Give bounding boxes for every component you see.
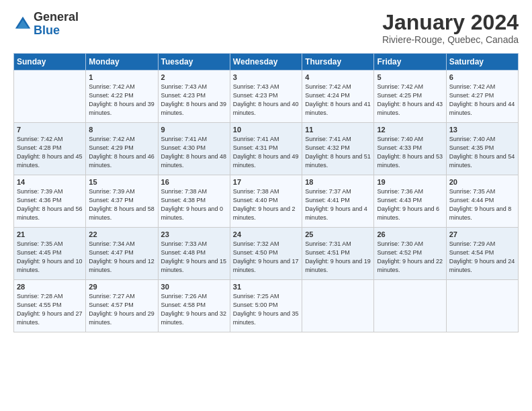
day-info: Sunrise: 7:38 AM Sunset: 4:38 PM Dayligh… — [161, 187, 227, 222]
day-info: Sunrise: 7:30 AM Sunset: 4:52 PM Dayligh… — [377, 240, 443, 275]
day-info: Sunrise: 7:25 AM Sunset: 5:00 PM Dayligh… — [233, 292, 299, 327]
calendar-cell: 15Sunrise: 7:39 AM Sunset: 4:37 PM Dayli… — [86, 175, 158, 228]
day-number: 30 — [161, 283, 227, 291]
day-info: Sunrise: 7:34 AM Sunset: 4:47 PM Dayligh… — [89, 240, 154, 275]
calendar-week-1: 7Sunrise: 7:42 AM Sunset: 4:28 PM Daylig… — [14, 123, 519, 175]
calendar-cell: 20Sunrise: 7:35 AM Sunset: 4:44 PM Dayli… — [446, 175, 518, 228]
day-info: Sunrise: 7:42 AM Sunset: 4:27 PM Dayligh… — [449, 83, 515, 118]
day-info: Sunrise: 7:40 AM Sunset: 4:33 PM Dayligh… — [377, 135, 443, 170]
day-info: Sunrise: 7:42 AM Sunset: 4:25 PM Dayligh… — [377, 83, 443, 118]
calendar-week-2: 14Sunrise: 7:39 AM Sunset: 4:36 PM Dayli… — [14, 175, 519, 228]
page-container: General Blue January 2024 Riviere-Rouge,… — [0, 0, 532, 339]
day-info: Sunrise: 7:39 AM Sunset: 4:36 PM Dayligh… — [17, 187, 83, 222]
day-number: 13 — [449, 126, 515, 134]
day-number: 1 — [89, 73, 154, 81]
header-row: Sunday Monday Tuesday Wednesday Thursday… — [14, 54, 519, 71]
day-number: 7 — [17, 126, 83, 134]
day-info: Sunrise: 7:33 AM Sunset: 4:48 PM Dayligh… — [161, 240, 227, 275]
day-info: Sunrise: 7:28 AM Sunset: 4:55 PM Dayligh… — [17, 292, 83, 327]
day-number: 16 — [161, 178, 227, 186]
calendar-cell: 24Sunrise: 7:32 AM Sunset: 4:50 PM Dayli… — [230, 228, 302, 280]
calendar-cell: 8Sunrise: 7:42 AM Sunset: 4:29 PM Daylig… — [86, 123, 158, 175]
day-number: 25 — [305, 230, 371, 238]
calendar-table: Sunday Monday Tuesday Wednesday Thursday… — [13, 53, 519, 332]
day-number: 8 — [89, 126, 154, 134]
calendar-cell — [446, 280, 518, 332]
calendar-cell — [14, 71, 86, 123]
day-info: Sunrise: 7:26 AM Sunset: 4:58 PM Dayligh… — [161, 292, 227, 327]
calendar-cell: 2Sunrise: 7:43 AM Sunset: 4:23 PM Daylig… — [158, 71, 230, 123]
calendar-cell: 13Sunrise: 7:40 AM Sunset: 4:35 PM Dayli… — [446, 123, 518, 175]
calendar-cell: 10Sunrise: 7:41 AM Sunset: 4:31 PM Dayli… — [230, 123, 302, 175]
day-info: Sunrise: 7:41 AM Sunset: 4:31 PM Dayligh… — [233, 135, 299, 170]
header-thursday: Thursday — [302, 54, 374, 71]
calendar-cell: 29Sunrise: 7:27 AM Sunset: 4:57 PM Dayli… — [86, 280, 158, 332]
calendar-cell: 19Sunrise: 7:36 AM Sunset: 4:43 PM Dayli… — [374, 175, 446, 228]
calendar-cell: 12Sunrise: 7:40 AM Sunset: 4:33 PM Dayli… — [374, 123, 446, 175]
calendar-cell: 18Sunrise: 7:37 AM Sunset: 4:41 PM Dayli… — [302, 175, 374, 228]
header-friday: Friday — [374, 54, 446, 71]
calendar-cell: 17Sunrise: 7:38 AM Sunset: 4:40 PM Dayli… — [230, 175, 302, 228]
calendar-cell: 16Sunrise: 7:38 AM Sunset: 4:38 PM Dayli… — [158, 175, 230, 228]
calendar-cell: 22Sunrise: 7:34 AM Sunset: 4:47 PM Dayli… — [86, 228, 158, 280]
day-number: 11 — [305, 126, 371, 134]
calendar-cell: 25Sunrise: 7:31 AM Sunset: 4:51 PM Dayli… — [302, 228, 374, 280]
day-info: Sunrise: 7:37 AM Sunset: 4:41 PM Dayligh… — [305, 187, 371, 222]
calendar-cell: 30Sunrise: 7:26 AM Sunset: 4:58 PM Dayli… — [158, 280, 230, 332]
calendar-week-4: 28Sunrise: 7:28 AM Sunset: 4:55 PM Dayli… — [14, 280, 519, 332]
day-info: Sunrise: 7:42 AM Sunset: 4:28 PM Dayligh… — [17, 135, 83, 170]
logo-icon — [13, 15, 32, 34]
day-number: 14 — [17, 178, 83, 186]
day-info: Sunrise: 7:39 AM Sunset: 4:37 PM Dayligh… — [89, 187, 154, 222]
calendar-body: 1Sunrise: 7:42 AM Sunset: 4:22 PM Daylig… — [14, 71, 519, 332]
day-number: 20 — [449, 178, 515, 186]
calendar-cell: 14Sunrise: 7:39 AM Sunset: 4:36 PM Dayli… — [14, 175, 86, 228]
header-saturday: Saturday — [446, 54, 518, 71]
calendar-cell: 26Sunrise: 7:30 AM Sunset: 4:52 PM Dayli… — [374, 228, 446, 280]
day-number: 12 — [377, 126, 443, 134]
day-number: 29 — [89, 283, 154, 291]
header-tuesday: Tuesday — [158, 54, 230, 71]
day-number: 17 — [233, 178, 299, 186]
day-number: 24 — [233, 230, 299, 238]
day-info: Sunrise: 7:32 AM Sunset: 4:50 PM Dayligh… — [233, 240, 299, 275]
calendar-cell — [374, 280, 446, 332]
title-block: January 2024 Riviere-Rouge, Quebec, Cana… — [382, 11, 519, 45]
day-number: 6 — [449, 73, 515, 81]
day-number: 15 — [89, 178, 154, 186]
header-sunday: Sunday — [14, 54, 86, 71]
calendar-cell: 9Sunrise: 7:41 AM Sunset: 4:30 PM Daylig… — [158, 123, 230, 175]
logo-text: General Blue — [34, 11, 79, 38]
day-info: Sunrise: 7:43 AM Sunset: 4:23 PM Dayligh… — [161, 83, 227, 118]
day-number: 5 — [377, 73, 443, 81]
day-number: 19 — [377, 178, 443, 186]
day-info: Sunrise: 7:41 AM Sunset: 4:32 PM Dayligh… — [305, 135, 371, 170]
calendar-cell: 3Sunrise: 7:43 AM Sunset: 4:23 PM Daylig… — [230, 71, 302, 123]
calendar-cell: 31Sunrise: 7:25 AM Sunset: 5:00 PM Dayli… — [230, 280, 302, 332]
calendar-cell: 5Sunrise: 7:42 AM Sunset: 4:25 PM Daylig… — [374, 71, 446, 123]
calendar-cell: 7Sunrise: 7:42 AM Sunset: 4:28 PM Daylig… — [14, 123, 86, 175]
location-subtitle: Riviere-Rouge, Quebec, Canada — [382, 34, 519, 45]
day-info: Sunrise: 7:42 AM Sunset: 4:24 PM Dayligh… — [305, 83, 371, 118]
day-number: 28 — [17, 283, 83, 291]
calendar-week-3: 21Sunrise: 7:35 AM Sunset: 4:45 PM Dayli… — [14, 228, 519, 280]
calendar-week-0: 1Sunrise: 7:42 AM Sunset: 4:22 PM Daylig… — [14, 71, 519, 123]
logo: General Blue — [13, 11, 79, 38]
day-info: Sunrise: 7:35 AM Sunset: 4:45 PM Dayligh… — [17, 240, 83, 275]
page-header: General Blue January 2024 Riviere-Rouge,… — [13, 11, 519, 45]
header-wednesday: Wednesday — [230, 54, 302, 71]
logo-line2: Blue — [34, 24, 60, 37]
calendar-header: Sunday Monday Tuesday Wednesday Thursday… — [14, 54, 519, 71]
day-number: 18 — [305, 178, 371, 186]
calendar-cell: 27Sunrise: 7:29 AM Sunset: 4:54 PM Dayli… — [446, 228, 518, 280]
day-info: Sunrise: 7:36 AM Sunset: 4:43 PM Dayligh… — [377, 187, 443, 222]
day-info: Sunrise: 7:35 AM Sunset: 4:44 PM Dayligh… — [449, 187, 515, 222]
day-number: 26 — [377, 230, 443, 238]
day-number: 21 — [17, 230, 83, 238]
calendar-cell: 23Sunrise: 7:33 AM Sunset: 4:48 PM Dayli… — [158, 228, 230, 280]
day-info: Sunrise: 7:43 AM Sunset: 4:23 PM Dayligh… — [233, 83, 299, 118]
day-number: 4 — [305, 73, 371, 81]
month-title: January 2024 — [382, 11, 519, 34]
calendar-cell: 6Sunrise: 7:42 AM Sunset: 4:27 PM Daylig… — [446, 71, 518, 123]
day-info: Sunrise: 7:38 AM Sunset: 4:40 PM Dayligh… — [233, 187, 299, 222]
